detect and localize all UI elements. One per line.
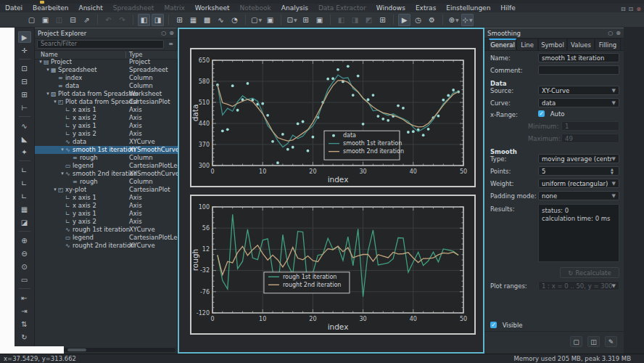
add-x-axis-tool-icon[interactable]: ∟	[18, 164, 31, 176]
zoom-in-tool-icon[interactable]: ⊕	[18, 234, 31, 246]
tree-row[interactable]: ▾∿smooth 2nd iterationXYSmoothCurve	[35, 170, 178, 178]
fit-width-icon[interactable]: ▣	[313, 14, 326, 26]
tree-row[interactable]: ▾▤ProjectProject	[35, 58, 178, 66]
visible-checkbox[interactable]: ✓	[490, 322, 497, 328]
tree-row[interactable]: ∟y axis 2Axis	[35, 218, 178, 226]
tree-row[interactable]: ▾▦SpreadsheetSpreadsheet	[35, 66, 178, 74]
tab-symbol[interactable]: Symbol	[538, 38, 567, 50]
fit-page-icon[interactable]: ⊞	[300, 14, 312, 26]
crosshair-tool-icon[interactable]: ✛	[18, 44, 31, 56]
spin-arrows-icon[interactable]: ▲▼	[608, 168, 616, 175]
shift-left-x-tool-icon[interactable]: ⇤	[18, 292, 31, 303]
new-workbook-icon[interactable]: ⊞	[173, 14, 186, 26]
expander-icon[interactable]: ▾	[52, 98, 58, 106]
tree-row[interactable]: ∟x axis 1Axis	[35, 106, 178, 114]
zoom-mode-icon[interactable]: ⊡▼	[286, 14, 298, 26]
close-icon[interactable]: ⊗	[636, 7, 641, 12]
shift-right-x-tool-icon[interactable]: ⇥	[18, 305, 31, 317]
add-curve-tool-icon[interactable]: ∿	[18, 120, 31, 131]
tree-row[interactable]: ▾◰Plot data from SpreadsheetCartesianPlo…	[35, 98, 178, 106]
add-plot-tool-icon[interactable]: ▦	[18, 203, 31, 215]
project-explorer-header[interactable]: Project Explorer ○ ⊗	[35, 28, 177, 38]
expander-icon[interactable]: ▾	[38, 58, 44, 66]
open-project-icon[interactable]: ▣	[39, 14, 51, 26]
expander-icon[interactable]: ▾	[45, 90, 51, 98]
menu-datei[interactable]: Datei	[0, 4, 28, 12]
zoom-x-select-tool-icon[interactable]: ⊟	[18, 76, 31, 87]
export-icon[interactable]: ⇗	[80, 14, 93, 26]
dock-float-icon[interactable]: ○	[161, 30, 166, 36]
expander-icon[interactable]: ▾	[59, 170, 65, 178]
tree-row[interactable]: ∟y axis 1Axis	[35, 122, 178, 130]
dock-close-icon[interactable]: ⊗	[616, 30, 621, 36]
add-axis-tool-icon[interactable]: ∟	[18, 190, 31, 202]
tree-row[interactable]: ∿rought 2nd iterationXYCurve	[35, 242, 178, 250]
new-spreadsheet-icon[interactable]: ▦	[187, 14, 199, 26]
add-histogram-tool-icon[interactable]: ◣	[18, 133, 31, 144]
filter-icon[interactable]: ≡	[166, 40, 176, 49]
add-image-tool-icon[interactable]: ◪	[18, 216, 31, 228]
expander-icon[interactable]: ▾	[59, 146, 65, 154]
tree-row[interactable]: ▭legendCartesianPlotLegend	[35, 162, 178, 170]
new-worksheet-icon[interactable]: ∿	[215, 14, 227, 26]
save-template-button[interactable]: ◫	[587, 336, 600, 347]
maximum-field[interactable]: 49	[561, 134, 619, 143]
tree-row[interactable]: ∟x axis 1Axis	[35, 194, 178, 202]
cursor-range-tool-icon[interactable]: ⊢	[18, 102, 31, 113]
column-header-name[interactable]: Name	[41, 52, 58, 58]
load-template-button[interactable]: ▢	[570, 336, 582, 347]
toggle-properties-explorer-icon[interactable]: ◨	[152, 14, 164, 26]
new-plot-icon[interactable]: ▢▼	[250, 14, 263, 26]
dock-float-icon[interactable]: ○	[608, 30, 613, 36]
weight-combobox[interactable]: uniform (rectangular)▼	[538, 179, 619, 188]
tree-row[interactable]: ∟y axis 2Axis	[35, 130, 178, 138]
zoom-y-select-tool-icon[interactable]: ⊞	[18, 89, 31, 100]
new-datapicker-icon[interactable]: ◔	[228, 14, 241, 26]
name-field[interactable]: smooth 1st iteration	[538, 53, 619, 62]
rotate-tool-icon[interactable]: ↻	[18, 331, 31, 343]
add-text-label-tool-icon[interactable]: ▭	[18, 274, 31, 285]
select-pointer-icon[interactable]: ▶	[398, 14, 410, 26]
tree-row[interactable]: ▾∿smooth 1st iterationXYSmoothCurve	[35, 146, 178, 154]
dock-close-icon[interactable]: ⊗	[169, 30, 174, 36]
auto-scale-tool-icon[interactable]: ⇅	[18, 318, 31, 330]
tab-filling[interactable]: Filling	[595, 38, 621, 50]
menu-hilfe[interactable]: Hilfe	[495, 4, 520, 12]
new-project-icon[interactable]: ▢	[25, 14, 38, 26]
tree-row[interactable]: ≡roughColumn	[35, 154, 178, 162]
zoom-fit-tool-icon[interactable]: ⊙	[18, 261, 31, 272]
tree-row[interactable]: ▾◰xy-plotCartesianPlot	[35, 186, 178, 194]
tree-row[interactable]: ∿dataXYCurve	[35, 138, 178, 146]
points-spinbox[interactable]: 5 ▲▼	[538, 166, 619, 176]
recalculate-button[interactable]: ↻ Recalculate	[560, 267, 619, 278]
tree-row[interactable]: ≡dataColumn	[35, 82, 178, 90]
scrollbar-thumb[interactable]	[67, 348, 86, 351]
menu-extras[interactable]: Extras	[410, 4, 441, 12]
tree-row[interactable]: ≡indexColumn	[35, 74, 178, 82]
tab-values[interactable]: Values	[567, 38, 595, 50]
menu-windows[interactable]: Windows	[371, 4, 410, 12]
add-fit-tool-icon[interactable]: ✦	[18, 146, 31, 158]
navigate-time-icon[interactable]: ◷	[412, 14, 424, 26]
add-y-axis-tool-icon[interactable]: ∟	[18, 177, 31, 189]
tree-row[interactable]: ∟y axis 1Axis	[35, 210, 178, 218]
tree-row[interactable]: ≡roughColumn	[35, 178, 178, 186]
restore-icon[interactable]: ⊡	[629, 7, 634, 12]
menu-ansicht[interactable]: Ansicht	[73, 4, 107, 12]
source-combobox[interactable]: XY-Curve▼	[538, 86, 619, 95]
type-combobox[interactable]: moving average (central)▼	[538, 154, 619, 163]
print-icon[interactable]: ⊟	[67, 14, 79, 26]
edit-template-button[interactable]: ✎	[605, 336, 617, 347]
zoom-out-tool-icon[interactable]: ⊖	[18, 248, 31, 259]
tab-line[interactable]: Line	[516, 38, 538, 50]
toggle-project-explorer-icon[interactable]: ◧	[138, 14, 150, 26]
tree-row[interactable]: ∟x axis 2Axis	[35, 114, 178, 122]
new-matrix-icon[interactable]: ▩	[201, 14, 213, 26]
tree-row[interactable]: ▭legendCartesianPlotLegend	[35, 234, 178, 242]
zoom-select-combo-icon[interactable]: ⊹▼	[461, 14, 474, 26]
comment-field[interactable]	[538, 65, 619, 75]
tree-row[interactable]: ∿rough 1st iterationXYCurve	[35, 226, 178, 234]
expander-icon[interactable]: ▾	[52, 186, 58, 194]
expander-icon[interactable]: ▾	[45, 66, 51, 74]
menu-analysis[interactable]: Analysis	[276, 4, 313, 12]
